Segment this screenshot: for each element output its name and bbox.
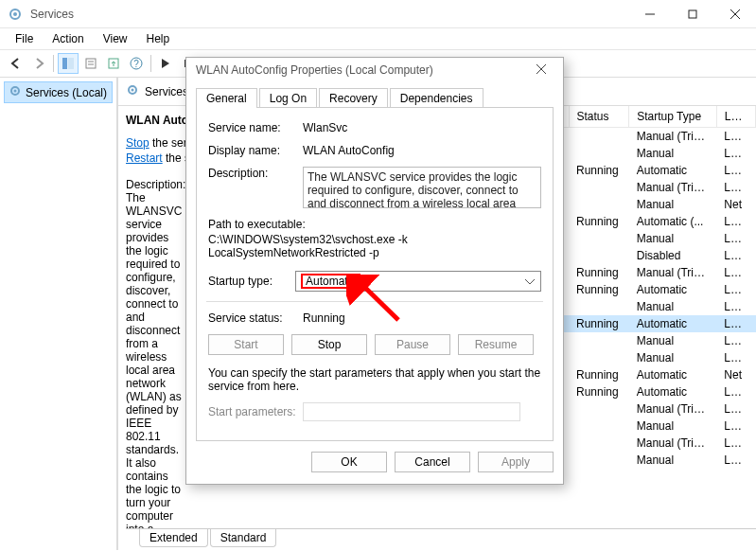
startup-cell: Manual	[629, 332, 717, 349]
startup-cell: Disabled	[629, 247, 717, 264]
logon-cell: Loca	[716, 332, 755, 349]
minimize-button[interactable]	[628, 1, 671, 27]
status-cell	[569, 179, 629, 196]
sidebar-item-services-local[interactable]: Services (Local)	[4, 81, 113, 103]
label-start-params: Start parameters:	[208, 405, 303, 418]
svg-rect-8	[86, 59, 96, 68]
startup-cell: Manual	[629, 349, 717, 366]
start-button[interactable]: Start	[208, 334, 284, 355]
logon-cell: Loca	[716, 213, 755, 230]
startup-type-value: Automatic	[302, 275, 360, 288]
logon-cell: Loca	[716, 298, 755, 315]
dialog-close-icon[interactable]	[529, 63, 554, 77]
description-text: The WLANSVC service provides the logic r…	[126, 191, 186, 528]
restart-service-link[interactable]: Restart	[126, 151, 163, 165]
startup-type-dropdown[interactable]: Automatic	[295, 271, 541, 292]
startup-cell: Manual (Trig...	[629, 264, 717, 281]
view-tabs: Extended Standard	[126, 528, 756, 550]
status-cell	[569, 128, 629, 146]
sidebar: Services (Local)	[0, 78, 117, 550]
start-service-icon[interactable]	[155, 53, 176, 74]
menu-help[interactable]: Help	[139, 30, 178, 47]
maximize-button[interactable]	[671, 1, 713, 27]
description-box[interactable]: The WLANSVC service provides the logic r…	[303, 167, 541, 208]
tab-dependencies[interactable]: Dependencies	[390, 88, 483, 108]
properties-dialog: WLAN AutoConfig Properties (Local Comput…	[185, 57, 564, 485]
forward-icon[interactable]	[28, 53, 49, 74]
stop-service-link[interactable]: Stop	[126, 136, 149, 150]
tab-extended[interactable]: Extended	[139, 529, 208, 547]
label-startup-type: Startup type:	[208, 275, 295, 288]
logon-cell: Loca	[716, 435, 755, 452]
logon-cell: Loca	[716, 128, 755, 146]
svg-rect-6	[62, 58, 67, 69]
col-startup[interactable]: Startup Type	[629, 106, 717, 128]
resume-button[interactable]: Resume	[458, 334, 534, 355]
export-icon[interactable]	[103, 53, 124, 74]
start-params-input	[303, 402, 520, 421]
dialog-body: Service name: WlanSvc Display name: WLAN…	[196, 107, 554, 441]
logon-cell: Loca	[716, 452, 755, 469]
svg-point-1	[13, 12, 17, 16]
status-cell: Running	[569, 366, 629, 383]
startup-cell: Manual	[629, 196, 717, 213]
properties-icon[interactable]	[80, 53, 101, 74]
logon-cell: Loca	[716, 418, 755, 435]
detail-pane: WLAN AutoConfig Stop the service Restart…	[118, 106, 194, 528]
col-logon[interactable]: Log On As	[716, 106, 755, 128]
startup-cell: Automatic	[629, 281, 717, 298]
svg-rect-3	[689, 10, 696, 18]
startup-cell: Manual (Trig...	[629, 128, 717, 146]
label-service-status: Service status:	[208, 311, 303, 325]
dialog-title: WLAN AutoConfig Properties (Local Comput…	[196, 63, 529, 77]
startup-cell: Manual (Trig...	[629, 179, 717, 196]
tab-standard[interactable]: Standard	[210, 529, 277, 547]
startup-cell: Manual	[629, 298, 717, 315]
menu-file[interactable]: File	[8, 30, 41, 47]
window-title-bar: Services	[0, 0, 756, 28]
startup-cell: Manual (Trig...	[629, 435, 717, 452]
close-button[interactable]	[713, 1, 756, 27]
status-cell: Running	[569, 383, 629, 400]
startup-cell: Automatic	[629, 366, 717, 383]
startup-cell: Automatic	[629, 383, 717, 400]
logon-cell: Loca	[716, 264, 755, 281]
status-cell: Running	[569, 264, 629, 281]
logon-cell: Loca	[716, 230, 755, 247]
tab-logon[interactable]: Log On	[259, 88, 317, 108]
tab-general[interactable]: General	[196, 88, 257, 108]
menu-action[interactable]: Action	[44, 30, 91, 47]
col-status[interactable]: Status	[569, 106, 629, 128]
ok-button[interactable]: OK	[311, 452, 387, 472]
back-icon[interactable]	[6, 53, 26, 74]
help-icon[interactable]: ?	[126, 53, 147, 74]
startup-cell: Manual (Trig...	[629, 400, 717, 418]
status-cell	[569, 418, 629, 435]
logon-cell: Net	[716, 196, 755, 213]
logon-cell: Loca	[716, 247, 755, 264]
window-title: Services	[30, 8, 628, 21]
apply-button[interactable]: Apply	[478, 452, 554, 472]
status-cell	[569, 298, 629, 315]
svg-rect-7	[68, 58, 74, 69]
stop-button[interactable]: Stop	[291, 334, 367, 355]
startup-cell: Automatic (...	[629, 213, 717, 230]
cancel-button[interactable]: Cancel	[395, 452, 470, 472]
help-text: You can specify the start parameters tha…	[208, 366, 541, 393]
tab-recovery[interactable]: Recovery	[319, 88, 388, 108]
value-service-status: Running	[303, 311, 541, 325]
pause-button[interactable]: Pause	[375, 334, 450, 355]
menu-view[interactable]: View	[96, 30, 135, 47]
status-cell	[569, 435, 629, 452]
logon-cell: Loca	[716, 162, 755, 179]
status-cell	[569, 400, 629, 418]
show-hide-tree-icon[interactable]	[58, 53, 79, 74]
menu-bar: File Action View Help	[0, 28, 756, 50]
logon-cell: Loca	[716, 145, 755, 162]
label-display-name: Display name:	[208, 144, 303, 157]
status-cell	[569, 145, 629, 162]
logon-cell: Loca	[716, 179, 755, 196]
label-path: Path to executable:	[208, 218, 541, 231]
app-gear-icon	[8, 7, 23, 22]
label-description: Description:	[208, 167, 303, 180]
